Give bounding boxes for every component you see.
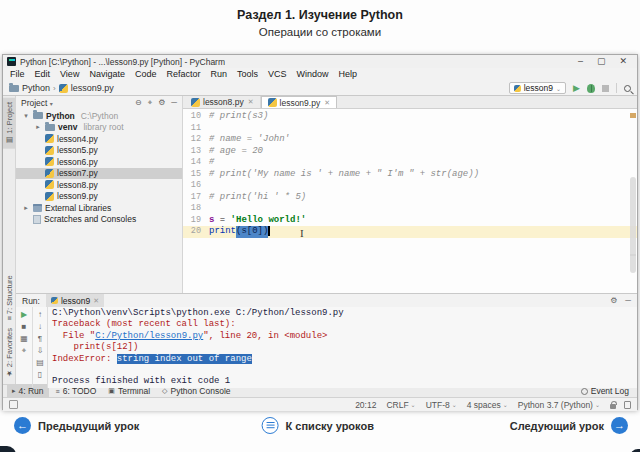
toolwindow-toggle-icon[interactable] [9,400,18,409]
toolwindow-icon: ▸ [12,387,16,395]
breadcrumb-file[interactable]: lesson9.py [59,83,114,93]
lock-icon[interactable] [610,404,616,409]
menu-help[interactable]: Help [334,68,363,81]
debug-button[interactable] [587,84,595,93]
code-line-10[interactable]: 10# print(s3) [183,111,637,123]
chevron-icon[interactable]: ▸ [34,123,42,131]
code-line-20[interactable]: 20print(s[0]) [183,226,637,238]
stop-icon[interactable]: ■ [22,322,27,331]
tree-item-lesson4-py[interactable]: lesson4.py [16,133,182,145]
toolwindow-icon: ◇ [162,387,167,395]
hide-panel-icon[interactable]: ─ [625,296,631,305]
breadcrumb-project[interactable]: Python [9,83,50,93]
code-segment: # age = 20 [209,146,263,158]
code-line-13[interactable]: 13# age = 20 [183,146,637,158]
editor-scrollbar[interactable] [630,177,636,273]
code-line-11[interactable]: 11 [183,123,637,135]
console-line [52,365,637,376]
tree-item-lesson5-py[interactable]: lesson5.py [16,145,182,157]
print-icon[interactable]: ▤ [36,358,44,367]
stripe-project[interactable]: ▤1: Project [3,98,16,149]
hide-panel-icon[interactable]: ─ [171,98,177,108]
console-output[interactable]: C:\Python\venv\Scripts\python.exe C:/Pyt… [48,307,637,388]
status-crlf[interactable]: CRLF⌄ [386,400,415,410]
scroll-to-end-icon[interactable]: ⇩ [37,346,44,355]
stripe-structure[interactable]: ≡7: Structure [3,271,16,324]
close-icon[interactable]: ✕ [93,297,99,305]
run-button[interactable]: ▶ [573,84,580,93]
up-stacktrace-icon[interactable]: ↑ [38,310,42,319]
console-text: Process finished with exit code 1 [52,376,230,386]
python-file-icon [268,98,277,107]
menu-tools[interactable]: Tools [232,68,263,81]
menu-run[interactable]: Run [205,68,232,81]
status-4-spaces[interactable]: 4 spaces⌄ [467,400,508,410]
code-line-12[interactable]: 12# name = 'John' [183,134,637,146]
menu-edit[interactable]: Edit [30,68,56,81]
close-icon[interactable]: ✕ [324,99,330,107]
pin-icon[interactable]: ⌖ [22,346,27,355]
menu-code[interactable]: Code [130,68,162,81]
chevron-icon[interactable]: ▸ [22,204,30,212]
tree-item-lesson8-py[interactable]: lesson8.py [16,179,182,191]
file-link[interactable]: C:/Python/lesson9.py [95,331,203,341]
menu-navigate[interactable]: Navigate [84,68,130,81]
maximize-button[interactable]: ▢ [597,55,606,68]
restore-layout-icon[interactable]: ▦ [20,334,28,343]
status-bar: 20:12CRLF⌄UTF-8⌄4 spaces⌄Python 3.7 (Pyt… [3,397,637,411]
status-python-3-7-python-[interactable]: Python 3.7 (Python)⌄ [518,400,600,410]
code-line-15[interactable]: 15# print('My name is ' + name + " I'm "… [183,169,637,181]
tree-item-external-libraries[interactable]: ▸External Libraries [16,202,182,214]
run-configuration-select[interactable]: lesson9 ⌄ [509,82,566,94]
tree-item-lesson7-py[interactable]: lesson7.py [16,168,182,180]
editor-tab-lesson8-py[interactable]: lesson8.py✕ [185,96,261,108]
down-stacktrace-icon[interactable]: ↓ [38,322,42,331]
search-everywhere-icon[interactable] [624,85,631,92]
lesson-list-button[interactable]: К списку уроков [262,417,374,434]
menu-window[interactable]: Window [292,68,334,81]
collapse-all-icon[interactable]: ⌖ [148,98,153,108]
tree-item-scratches-and-consoles[interactable]: Scratches and Consoles [16,214,182,226]
line-number: 16 [183,180,209,192]
minimize-button[interactable]: – [578,55,583,68]
tree-item-python[interactable]: ▾PythonC:\Python [16,110,182,122]
chevron-down-icon: ⌄ [503,401,508,408]
soft-wrap-icon[interactable]: ¶ [38,334,42,343]
window-body: ▤1: Project ≡7: Structure★2: Favorites P… [3,96,637,384]
title-bar: Python [C:\Python] - ...\lesson9.py [Pyt… [3,55,637,68]
memory-indicator-icon[interactable] [624,401,631,409]
tree-item-venv[interactable]: ▸venvlibrary root [16,122,182,134]
clear-all-icon[interactable]: ▯ [38,370,42,379]
stop-button[interactable] [602,85,609,92]
tree-item-lesson9-py[interactable]: lesson9.py [16,191,182,203]
previous-lesson-button[interactable]: ← Предыдущий урок [14,417,139,434]
close-icon[interactable]: ✕ [248,98,254,106]
python-file-icon [59,84,68,93]
text-caret [268,226,270,236]
locate-file-icon[interactable]: ⊖ [135,98,142,108]
menu-file[interactable]: File [5,68,30,81]
next-lesson-button[interactable]: Следующий урок → [510,417,628,434]
code-line-17[interactable]: 17# print('hi ' * 5) [183,192,637,204]
status-20-12[interactable]: 20:12 [355,400,376,410]
code-line-16[interactable]: 16 [183,180,637,192]
editor-tab-lesson9-py[interactable]: lesson9.py✕ [261,96,338,108]
menu-refactor[interactable]: Refactor [161,68,205,81]
stripe-favorites[interactable]: ★2: Favorites [3,324,16,382]
settings-gear-icon[interactable]: ⚙ [610,296,617,305]
tree-item-suffix: library root [83,122,123,132]
settings-gear-icon[interactable]: ⚙ [158,98,165,108]
code-area[interactable]: 10# print(s3)1112# name = 'John'13# age … [183,109,637,293]
chevron-icon[interactable]: ▾ [22,112,30,120]
tree-item-lesson6-py[interactable]: lesson6.py [16,156,182,168]
code-line-18[interactable]: 18 [183,203,637,215]
menu-vcs[interactable]: VCS [263,68,292,81]
rerun-icon[interactable]: ▶ [21,310,27,319]
status-utf-8[interactable]: UTF-8⌄ [426,400,457,410]
project-panel-title[interactable]: Project ▾ [21,98,53,108]
close-button[interactable]: ✕ [619,55,627,68]
code-line-19[interactable]: 19s = 'Hello world!' [183,215,637,227]
code-line-14[interactable]: 14# [183,157,637,169]
menu-view[interactable]: View [55,68,84,81]
run-tab[interactable]: lesson9 ✕ [46,294,104,307]
